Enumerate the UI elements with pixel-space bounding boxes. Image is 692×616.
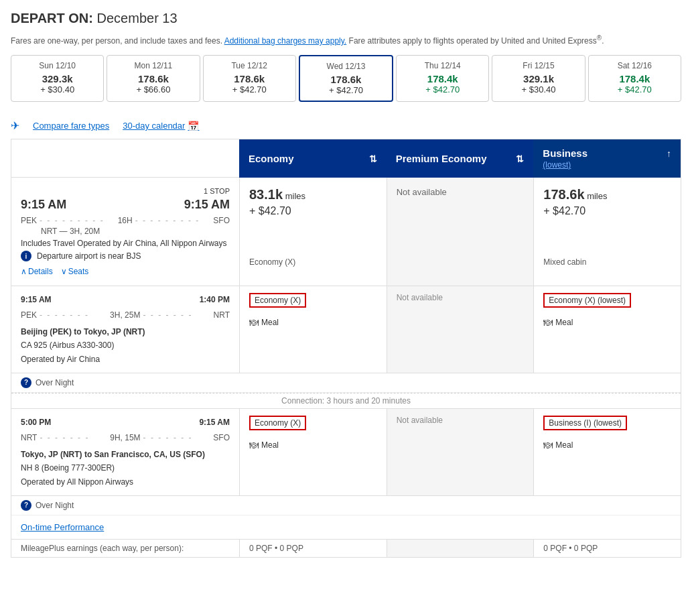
business-sort-icon[interactable]: ↑	[667, 148, 671, 159]
on-time-link[interactable]: On-time Performance	[21, 522, 104, 532]
origin-main: PEK	[21, 216, 37, 225]
date-miles-0: 329.3k	[15, 73, 99, 84]
operated-by-main: Includes Travel Operated by Air China, A…	[21, 239, 230, 248]
details-links-main: ∧Details ∨Seats	[21, 267, 230, 276]
seg2-operated: Operated by All Nippon Airways	[21, 475, 230, 489]
meal-icon-seg1-biz: 🍽	[543, 317, 553, 328]
route-main: PEK - - - - - - - - - 16H - - - - - - - …	[21, 216, 230, 225]
seg1-business-meal: 🍽 Meal	[543, 317, 671, 328]
date-label-4: Thu 12/14	[401, 61, 484, 70]
date-fee-3: + $42.70	[304, 85, 388, 95]
seg2-flight-number: NH 8 (Boeing 777-300ER)	[21, 461, 230, 475]
stop-badge: 1 STOP	[21, 187, 230, 195]
date-label-3: Wed 12/13	[304, 62, 388, 71]
calendar-label: 30-day calendar	[123, 121, 185, 131]
seg1-arrive: 1:40 PM	[200, 293, 230, 306]
date-label-0: Sun 12/10	[15, 61, 99, 70]
date-label-6: Sat 12/16	[593, 61, 677, 70]
meal-icon-seg2-eco: 🍽	[249, 440, 259, 450]
premium-mileage	[387, 540, 534, 557]
date-fee-1: + $66.60	[111, 84, 195, 95]
seg1-economy-fare: Economy (X) 🍽 Meal	[239, 286, 387, 373]
seats-link[interactable]: ∨Seats	[61, 267, 89, 276]
seg1-route: PEK - - - - - - - 3H, 25M - - - - - - - …	[21, 308, 230, 322]
seg1-premium-fare: Not available	[387, 286, 534, 373]
seg1-business-fare-box: Economy (X) (lowest)	[543, 293, 631, 308]
date-card-2[interactable]: Tue 12/12 178.6k + $42.70	[203, 55, 296, 102]
compare-fare-types-link[interactable]: Compare fare types	[33, 121, 109, 131]
seg1-flight-number: CA 925 (Airbus A330-300)	[21, 338, 230, 352]
date-miles-5: 329.1k	[496, 73, 580, 84]
seg2-premium-fare: Not available	[387, 409, 534, 496]
seg2-economy-fare: Economy (X) 🍽 Meal	[239, 409, 387, 496]
business-mileage: 0 PQF • 0 PQP	[533, 540, 681, 557]
business-lowest-link[interactable]: (lowest)	[543, 160, 571, 170]
overnight-label1: Over Night	[36, 378, 74, 387]
date-fee-4: + $42.70	[401, 84, 484, 95]
depart-label: DEPART ON:	[11, 11, 93, 25]
dest-main: SFO	[213, 216, 230, 225]
controls-row: ✈ Compare fare types 30-day calendar 📅	[11, 113, 681, 139]
col-header-empty	[11, 139, 239, 178]
depart-heading: DEPART ON: December 13	[11, 11, 178, 25]
date-fee-0: + $30.40	[15, 84, 99, 95]
nrt-layover: NRT — 3H, 20M	[41, 227, 230, 236]
meal-icon-seg1-eco: 🍽	[249, 317, 259, 328]
premium-sort-icon[interactable]: ⇅	[516, 153, 524, 164]
business-header: Business ↑ (lowest)	[533, 139, 681, 178]
economy-miles: 83.1k miles	[249, 187, 377, 202]
connection-row: Connection: 3 hours and 20 minutes	[11, 393, 681, 409]
business-fee: + $42.70	[543, 205, 671, 217]
segment2-info: 5:00 PM 9:15 AM NRT - - - - - - - 9H, 15…	[11, 409, 239, 496]
economy-price-cell: 83.1k miles + $42.70 Economy (X)	[239, 178, 387, 286]
premium-price-cell: Not available	[387, 178, 534, 286]
premium-not-available: Not available	[397, 187, 447, 197]
date-card-0[interactable]: Sun 12/10 329.3k + $30.40	[11, 55, 104, 102]
date-miles-4: 178.4k	[401, 73, 484, 84]
date-label-5: Fri 12/15	[496, 61, 580, 70]
flight-info-main: 1 STOP 9:15 AM 9:15 AM PEK - - - - - - -…	[11, 178, 239, 286]
seg1-flight-name: Beijing (PEK) to Tokyo, JP (NRT)	[21, 325, 230, 338]
date-card-6[interactable]: Sat 12/16 178.4k + $42.70	[588, 55, 681, 102]
overnight-row1: ? Over Night	[11, 373, 681, 393]
business-miles: 178.6k miles	[543, 187, 671, 202]
seg1-operated: Operated by Air China	[21, 353, 230, 366]
info-icon-main: i	[21, 251, 31, 261]
overnight-row2: ? Over Night	[11, 496, 681, 515]
fare-note-text2: Fare attributes apply to flights operate…	[349, 36, 597, 46]
date-miles-6: 178.4k	[593, 73, 677, 84]
seg2-business-meal: 🍽 Meal	[543, 440, 671, 450]
on-time-row: On-time Performance	[11, 515, 681, 540]
seg2-flight-name: Tokyo, JP (NRT) to San Francisco, CA, US…	[21, 448, 230, 461]
details-link[interactable]: ∧Details	[21, 267, 53, 276]
premium-header: Premium Economy ⇅	[387, 139, 534, 178]
bag-charges-link[interactable]: Additional bag charges may apply.	[224, 36, 347, 46]
date-card-4[interactable]: Thu 12/14 178.4k + $42.70	[396, 55, 489, 102]
seg1-business-fare: Economy (X) (lowest) 🍽 Meal	[533, 286, 681, 373]
segment1-info: 9:15 AM 1:40 PM PEK - - - - - - - 3H, 25…	[11, 286, 239, 373]
seg2-premium-not-avail: Not available	[397, 416, 443, 425]
fare-grid: Economy ⇅ Premium Economy ⇅ Business ↑ (…	[11, 139, 681, 558]
economy-header: Economy ⇅	[239, 139, 387, 178]
calendar-icon: 📅	[188, 121, 199, 131]
date-carousel: Sun 12/10 329.3k + $30.40 Mon 12/11 178.…	[11, 55, 681, 102]
date-fee-2: + $42.70	[208, 84, 291, 95]
date-card-1[interactable]: Mon 12/11 178.6k + $66.60	[107, 55, 200, 102]
date-miles-3: 178.6k	[304, 74, 388, 85]
mileage-info: MileagePlus earnings (each way, per pers…	[11, 540, 239, 557]
seg2-origin: NRT	[21, 431, 37, 444]
seg2-business-fare-box: Business (I) (lowest)	[543, 416, 627, 430]
seg1-dest: NRT	[214, 308, 230, 322]
business-price-cell: 178.6k miles + $42.70 Mixed cabin	[533, 178, 681, 286]
date-card-3[interactable]: Wed 12/13 178.6k + $42.70	[299, 55, 393, 102]
overnight-label2: Over Night	[36, 501, 74, 510]
seg1-economy-meal: 🍽 Meal	[249, 317, 377, 328]
seg1-origin: PEK	[21, 308, 37, 322]
fare-note-text: Fares are one-way, per person, and inclu…	[11, 36, 222, 46]
calendar-link[interactable]: 30-day calendar 📅	[123, 121, 199, 131]
arrive-time-main: 9:15 AM	[184, 198, 230, 212]
plane-icon: ✈	[11, 119, 19, 132]
duration-main: 16H	[118, 216, 133, 225]
economy-sort-icon[interactable]: ⇅	[369, 153, 377, 164]
date-card-5[interactable]: Fri 12/15 329.1k + $30.40	[492, 55, 585, 102]
